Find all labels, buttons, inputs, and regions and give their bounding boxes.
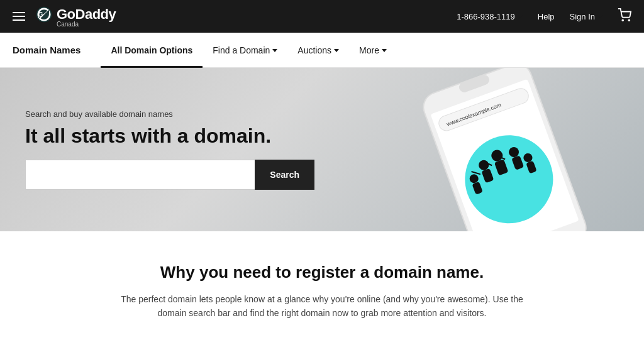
top-navigation: G GoDaddy Canada 1-866-938-1119 Help Sig…: [0, 0, 644, 33]
phone-svg: www.coolexample.com: [392, 68, 606, 231]
svg-point-2: [622, 19, 623, 21]
auctions-chevron-icon: [334, 49, 339, 52]
phone-chevron-icon: [518, 15, 523, 18]
help-button[interactable]: Help: [538, 12, 555, 21]
domain-search-bar: Search: [25, 160, 314, 190]
canada-label: Canada: [57, 21, 79, 28]
search-button[interactable]: Search: [255, 160, 314, 190]
hamburger-menu-icon[interactable]: [13, 12, 25, 21]
godaddy-logo-icon: G: [35, 6, 53, 23]
nav-item-more[interactable]: More: [349, 33, 397, 68]
signin-label: Sign In: [570, 12, 595, 21]
below-hero-title: Why you need to register a domain name.: [25, 263, 619, 282]
all-domain-options-label: All Domain Options: [111, 45, 192, 55]
cart-icon[interactable]: [618, 8, 631, 25]
signin-chevron-icon: [597, 15, 602, 18]
secondary-nav-items: All Domain Options Find a Domain Auction…: [101, 33, 397, 68]
secondary-navigation: Domain Names All Domain Options Find a D…: [0, 33, 644, 68]
nav-item-find-a-domain[interactable]: Find a Domain: [203, 33, 287, 68]
phone-illustration: www.coolexample.com: [392, 68, 606, 231]
hero-title: It all starts with a domain.: [25, 125, 302, 147]
svg-point-3: [628, 19, 630, 21]
search-input[interactable]: [25, 160, 255, 190]
phone-number: 1-866-938-1119: [457, 12, 515, 21]
top-nav-left: G GoDaddy Canada: [13, 6, 116, 28]
logo-area: G GoDaddy Canada: [35, 6, 116, 28]
below-hero-description: The perfect domain lets people know at a…: [108, 292, 536, 321]
below-hero-section: Why you need to register a domain name. …: [0, 231, 644, 340]
signin-button[interactable]: Sign In: [570, 12, 602, 21]
nav-item-auctions[interactable]: Auctions: [287, 33, 349, 68]
auctions-label: Auctions: [297, 45, 331, 55]
top-nav-right: 1-866-938-1119 Help Sign In: [457, 8, 631, 25]
hero-section: Search and buy available domain names It…: [0, 68, 644, 231]
more-label: More: [359, 45, 379, 55]
hero-content: Search and buy available domain names It…: [0, 109, 327, 190]
phone-button[interactable]: 1-866-938-1119: [457, 12, 523, 21]
nav-item-all-domain-options[interactable]: All Domain Options: [101, 33, 203, 68]
svg-text:G: G: [38, 11, 43, 18]
domain-names-brand[interactable]: Domain Names: [13, 45, 101, 55]
find-domain-chevron-icon: [272, 49, 277, 52]
find-a-domain-label: Find a Domain: [213, 45, 270, 55]
hero-subtitle: Search and buy available domain names: [25, 109, 302, 119]
more-chevron-icon: [382, 49, 387, 52]
